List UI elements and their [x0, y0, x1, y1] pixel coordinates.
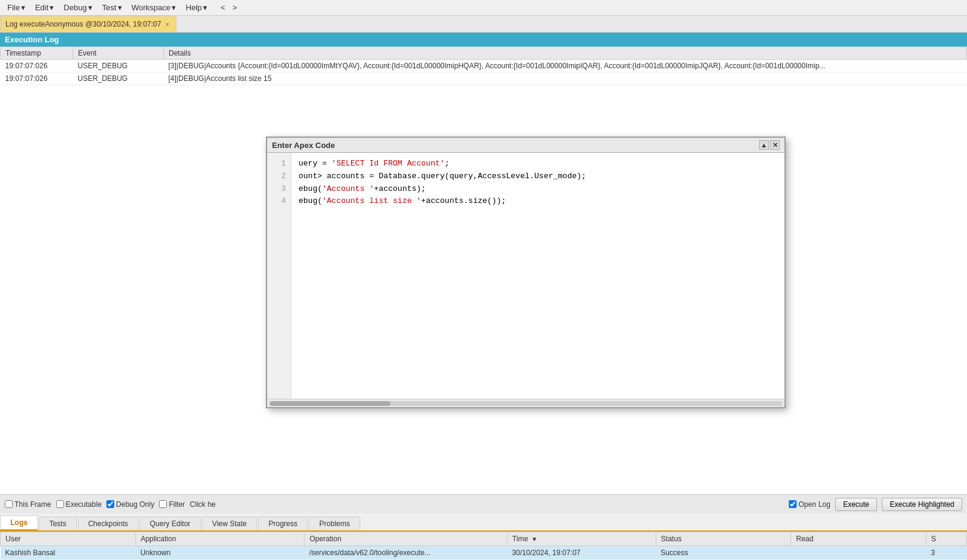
file-arrow: ▾ [21, 3, 25, 12]
logs-col-time[interactable]: Time ▼ [507, 532, 656, 546]
code-line1-part1: uery = [299, 159, 332, 168]
logs-col-operation[interactable]: Operation [305, 532, 507, 546]
log-details-1: [3]|DEBUG|Accounts {Account:{Id=001dL000… [164, 60, 967, 72]
log-row-2[interactable]: 19:07:07:026 USER_DEBUG [4]|DEBUG|Accoun… [1, 72, 967, 85]
menu-debug[interactable]: Debug ▾ [59, 2, 97, 13]
apex-code-dialog: Enter Apex Code ▲ ✕ 1 2 3 4 uery = 'SELE… [266, 137, 786, 408]
logs-read-1 [791, 546, 927, 560]
logs-col-user[interactable]: User [1, 532, 136, 546]
logs-table-area: User Application Operation Time ▼ Status [0, 532, 967, 560]
tab-logs[interactable]: Logs [0, 515, 38, 530]
menu-workspace[interactable]: Workspace ▾ [127, 2, 181, 13]
logs-operation-1: /services/data/v62.0/tooling/execute... [305, 546, 507, 560]
code-content: 1 2 3 4 uery = 'SELECT Id FROM Account';… [267, 153, 784, 399]
logs-col-status[interactable]: Status [656, 532, 791, 546]
code-line-1: uery = 'SELECT Id FROM Account'; [299, 158, 777, 170]
col-timestamp: Timestamp [1, 47, 73, 60]
code-line3-part1: ebug( [299, 184, 322, 193]
doc-tabs-bar: Log executeAnonymous @30/10/2024, 19:07:… [0, 16, 967, 33]
filter-checkbox[interactable] [159, 500, 167, 508]
debug-only-checkbox[interactable] [106, 500, 114, 508]
logs-user-1: Kashish Bansal [1, 546, 136, 560]
nav-forward-button[interactable]: > [229, 2, 241, 13]
doc-tab-execute-anonymous[interactable]: Log executeAnonymous @30/10/2024, 19:07:… [0, 16, 176, 32]
logs-col-read[interactable]: Read [791, 532, 927, 546]
dialog-minimize-button[interactable]: ▲ [759, 140, 769, 150]
test-arrow: ▾ [118, 3, 122, 12]
code-line3-part3: +accounts); [374, 184, 426, 193]
this-frame-label: This Frame [15, 500, 51, 509]
menubar: File ▾ Edit ▾ Debug ▾ Test ▾ Workspace ▾… [0, 0, 967, 16]
edit-arrow: ▾ [50, 3, 54, 12]
bottom-tabs-bar: Logs Tests Checkpoints Query Editor View… [0, 513, 967, 532]
executable-checkbox[interactable] [56, 500, 64, 508]
log-row-1[interactable]: 19:07:07:026 USER_DEBUG [3]|DEBUG|Accoun… [1, 60, 967, 72]
executable-checkbox-label[interactable]: Executable [56, 500, 102, 509]
line-num-3: 3 [272, 183, 286, 196]
tab-progress[interactable]: Progress [258, 517, 308, 530]
log-event-2: USER_DEBUG [73, 72, 164, 85]
log-timestamp-2: 19:07:07:026 [1, 72, 73, 85]
execution-log-table: Timestamp Event Details 19:07:07:026 USE… [0, 47, 967, 85]
code-line-2: ount> accounts = Database.query(query,Ac… [299, 170, 777, 183]
tab-checkpoints[interactable]: Checkpoints [78, 517, 138, 530]
workspace-arrow: ▾ [172, 3, 176, 12]
log-event-1: USER_DEBUG [73, 60, 164, 72]
execution-log-header: Execution Log [0, 33, 967, 47]
code-line4-part2: 'Accounts list size ' [322, 196, 421, 205]
open-log-label: Open Log [798, 500, 830, 509]
scrollbar-track[interactable] [270, 401, 782, 406]
nav-back-button[interactable]: < [217, 2, 229, 13]
code-editor[interactable]: 1 2 3 4 uery = 'SELECT Id FROM Account';… [267, 153, 784, 407]
logs-time-1: 30/10/2024, 19:07:07 [507, 546, 656, 560]
execute-highlighted-button[interactable]: Execute Highlighted [882, 498, 962, 511]
code-line3-part2: 'Accounts ' [322, 184, 374, 193]
this-frame-checkbox[interactable] [5, 500, 13, 508]
code-line4-part1: ebug( [299, 196, 322, 205]
debug-only-label: Debug Only [116, 500, 154, 509]
filter-checkbox-label[interactable]: Filter [159, 500, 185, 509]
open-log-checkbox-label[interactable]: Open Log [789, 500, 830, 509]
logs-status-1: Success [656, 546, 791, 560]
log-timestamp-1: 19:07:07:026 [1, 60, 73, 72]
scrollbar-thumb[interactable] [270, 401, 390, 406]
doc-tab-label: Log executeAnonymous @30/10/2024, 19:07:… [5, 20, 161, 28]
menu-help[interactable]: Help ▾ [181, 2, 212, 13]
logs-application-1: Unknown [135, 546, 305, 560]
dialog-title-buttons: ▲ ✕ [759, 140, 780, 150]
help-arrow: ▾ [203, 3, 207, 12]
logs-s-1: 3 [926, 546, 966, 560]
time-sort-arrow: ▼ [531, 536, 537, 542]
open-log-checkbox[interactable] [789, 500, 797, 508]
doc-tab-close-button[interactable]: × [164, 20, 171, 28]
tab-tests[interactable]: Tests [39, 517, 77, 530]
code-lines-area[interactable]: uery = 'SELECT Id FROM Account'; ount> a… [291, 153, 784, 399]
code-line-4: ebug('Accounts list size '+accounts.size… [299, 195, 777, 208]
menu-edit[interactable]: Edit ▾ [30, 2, 59, 13]
dialog-close-button[interactable]: ✕ [770, 140, 780, 150]
horizontal-scrollbar[interactable] [267, 399, 784, 407]
col-details: Details [164, 47, 967, 60]
logs-row-1[interactable]: Kashish Bansal Unknown /services/data/v6… [1, 546, 967, 560]
this-frame-checkbox-label[interactable]: This Frame [5, 500, 51, 509]
line-num-1: 1 [272, 158, 286, 170]
tab-view-state[interactable]: View State [202, 517, 257, 530]
dialog-title-bar: Enter Apex Code ▲ ✕ [267, 138, 784, 153]
col-event: Event [73, 47, 164, 60]
line-numbers: 1 2 3 4 [267, 153, 291, 399]
filter-label: Filter [169, 500, 185, 509]
log-details-2: [4]|DEBUG|Accounts list size 15 [164, 72, 967, 85]
click-here-text: Click he [190, 500, 216, 509]
code-line2-part1: ount> accounts = Database.query(query,Ac… [299, 172, 586, 181]
executable-label: Executable [66, 500, 102, 509]
tab-query-editor[interactable]: Query Editor [140, 517, 201, 530]
logs-col-s[interactable]: S [926, 532, 966, 546]
tab-problems[interactable]: Problems [309, 517, 360, 530]
logs-col-application[interactable]: Application [135, 532, 305, 546]
menu-test[interactable]: Test ▾ [97, 2, 127, 13]
dialog-title: Enter Apex Code [272, 141, 335, 150]
debug-only-checkbox-label[interactable]: Debug Only [106, 500, 154, 509]
menu-file[interactable]: File ▾ [2, 2, 30, 13]
execute-button[interactable]: Execute [835, 498, 877, 511]
logs-data-table: User Application Operation Time ▼ Status [0, 532, 967, 560]
